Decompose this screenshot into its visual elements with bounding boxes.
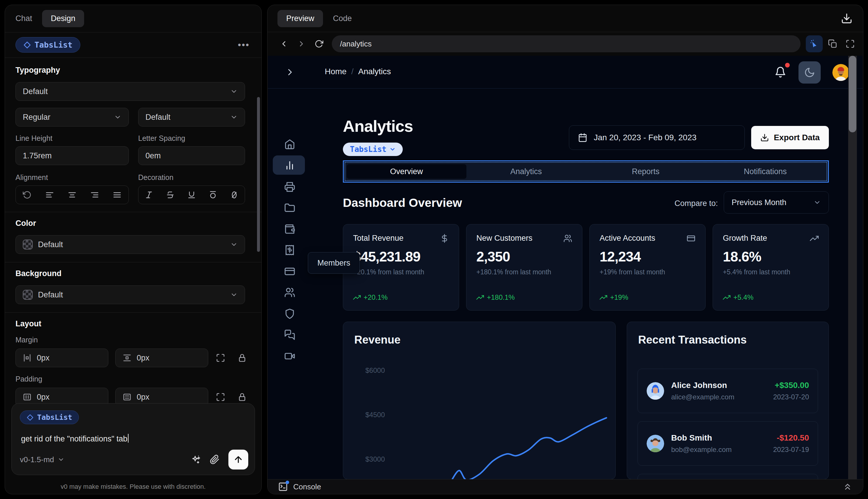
preview-scrollbar[interactable]	[848, 56, 857, 479]
model-select[interactable]: v0-1.5-md	[20, 455, 64, 464]
underline-icon[interactable]	[187, 191, 196, 199]
align-center-icon[interactable]	[68, 191, 76, 199]
letter-spacing-input[interactable]: 0em	[138, 146, 245, 165]
url-input[interactable]: /analytics	[332, 35, 801, 52]
trending-up-icon	[599, 294, 607, 301]
users-icon	[563, 234, 572, 243]
margin-lock-icon[interactable]	[236, 352, 249, 364]
paperclip-icon[interactable]	[210, 454, 220, 464]
margin-expand-icon[interactable]	[214, 352, 227, 364]
margin-vertical-icon	[123, 353, 132, 362]
stat-card-new-customers[interactable]: New Customers 2,350 +180.1% from last mo…	[466, 224, 582, 311]
line-height-input[interactable]: 1.75rem	[15, 146, 129, 165]
undo-icon[interactable]	[23, 191, 32, 199]
scrollbar-thumb[interactable]	[849, 56, 856, 132]
transaction-date: 2023-07-20	[773, 393, 809, 401]
tab-code[interactable]: Code	[333, 14, 352, 23]
overline-icon[interactable]	[209, 191, 217, 199]
stat-cards: Total Revenue $45,231.89 +20.1% from las…	[343, 224, 829, 311]
compare-select[interactable]: Previous Month	[724, 191, 829, 214]
transactions-title: Recent Transactions	[638, 334, 747, 346]
padding-lock-icon[interactable]	[236, 391, 249, 403]
strikethrough-icon[interactable]	[166, 191, 175, 199]
notification-dot	[785, 63, 790, 68]
download-icon[interactable]	[841, 13, 853, 24]
back-icon[interactable]	[276, 36, 292, 51]
tab-preview[interactable]: Preview	[277, 10, 323, 27]
no-decoration-icon[interactable]	[230, 191, 239, 199]
tab-notifications[interactable]: Notifications	[706, 164, 826, 179]
more-options-icon[interactable]: •••	[238, 40, 250, 50]
forward-icon[interactable]	[294, 36, 309, 51]
home-icon[interactable]	[284, 138, 295, 149]
sparkles-icon[interactable]	[191, 454, 201, 464]
shield-icon[interactable]	[284, 308, 295, 319]
font-size-select[interactable]: Default	[138, 108, 245, 126]
bell-icon[interactable]	[774, 66, 786, 78]
app-header: Home / Analytics	[268, 56, 863, 88]
composer-input[interactable]: get rid of the "notifications" tab	[21, 434, 128, 443]
refresh-icon[interactable]	[311, 36, 326, 51]
margin-y-input[interactable]: 0px	[115, 349, 208, 367]
console-activity-dot	[286, 480, 289, 484]
bar-chart-icon[interactable]	[284, 160, 295, 171]
tab-chat[interactable]: Chat	[15, 14, 32, 23]
tab-design[interactable]: Design	[42, 10, 84, 27]
tab-overview[interactable]: Overview	[347, 164, 467, 179]
chevrons-up-icon[interactable]	[843, 482, 853, 492]
panel-scrollbar[interactable]	[257, 97, 260, 252]
layout-heading: Layout	[15, 319, 41, 328]
stat-card-growth-rate[interactable]: Growth Rate 18.6% +5.4% from last month …	[712, 224, 829, 311]
revenue-chart-card: Revenue $6000 $4500 $3000	[343, 322, 616, 479]
chevron-down-icon	[230, 88, 238, 95]
stat-card-total-revenue[interactable]: Total Revenue $45,231.89 +20.1% from las…	[343, 224, 459, 311]
tab-analytics[interactable]: Analytics	[467, 164, 586, 179]
align-justify-icon[interactable]	[113, 191, 122, 199]
folder-icon[interactable]	[284, 202, 295, 213]
users-icon[interactable]	[284, 287, 295, 298]
copy-icon[interactable]	[825, 36, 840, 51]
color-select[interactable]: Default	[15, 235, 245, 254]
composer-context-chip[interactable]: TabsList	[20, 411, 79, 424]
receipt-icon[interactable]	[284, 245, 295, 256]
breadcrumb-separator: /	[351, 67, 354, 76]
send-button[interactable]	[228, 450, 248, 470]
wallet-icon[interactable]	[284, 223, 295, 235]
design-mode-cursor-icon[interactable]	[806, 35, 823, 52]
padding-label: Padding	[15, 375, 42, 383]
background-select[interactable]: Default	[15, 285, 245, 304]
credit-card-icon[interactable]	[284, 266, 295, 277]
console-bar[interactable]: Console	[268, 479, 863, 494]
fullscreen-icon[interactable]	[843, 36, 858, 51]
theme-toggle-button[interactable]	[798, 61, 821, 84]
browser-bar: /analytics	[268, 32, 863, 56]
selected-component-badge[interactable]: TabsList	[343, 143, 403, 156]
printer-icon[interactable]	[284, 181, 295, 192]
chat-composer[interactable]: TabsList get rid of the "notifications" …	[11, 403, 255, 475]
export-data-button[interactable]: Export Data	[751, 126, 829, 149]
transaction-row[interactable]: Alice Johnson alice@example.com +$350.00…	[637, 369, 818, 413]
transaction-row[interactable]: Bob Smith bob@example.com -$120.50 2023-…	[637, 421, 818, 466]
font-family-select[interactable]: Default	[15, 82, 245, 101]
align-left-icon[interactable]	[45, 191, 54, 199]
preview-panel: Preview Code /analytics Home / Analytics	[267, 5, 863, 494]
breadcrumb-home[interactable]: Home	[325, 67, 347, 76]
margin-x-input[interactable]: 0px	[15, 349, 108, 367]
padding-expand-icon[interactable]	[214, 391, 227, 403]
app-sidebar	[268, 88, 312, 479]
chevron-down-icon	[230, 241, 238, 248]
messages-icon[interactable]	[284, 329, 295, 340]
video-icon[interactable]	[284, 351, 295, 362]
stat-card-active-accounts[interactable]: Active Accounts 12,234 +19% from last mo…	[590, 224, 706, 311]
selected-element-chip[interactable]: TabsList	[15, 37, 80, 52]
trending-up-icon	[353, 294, 361, 301]
user-avatar[interactable]	[832, 64, 849, 81]
divider	[5, 262, 261, 263]
date-range-picker[interactable]: Jan 20, 2023 - Feb 09, 2023	[569, 125, 745, 150]
tab-reports[interactable]: Reports	[586, 164, 706, 179]
italic-icon[interactable]	[145, 191, 153, 199]
font-weight-select[interactable]: Regular	[15, 108, 129, 126]
sidebar-toggle-icon[interactable]	[285, 67, 295, 77]
letter-spacing-label: Letter Spacing	[138, 134, 185, 143]
align-right-icon[interactable]	[90, 191, 99, 199]
